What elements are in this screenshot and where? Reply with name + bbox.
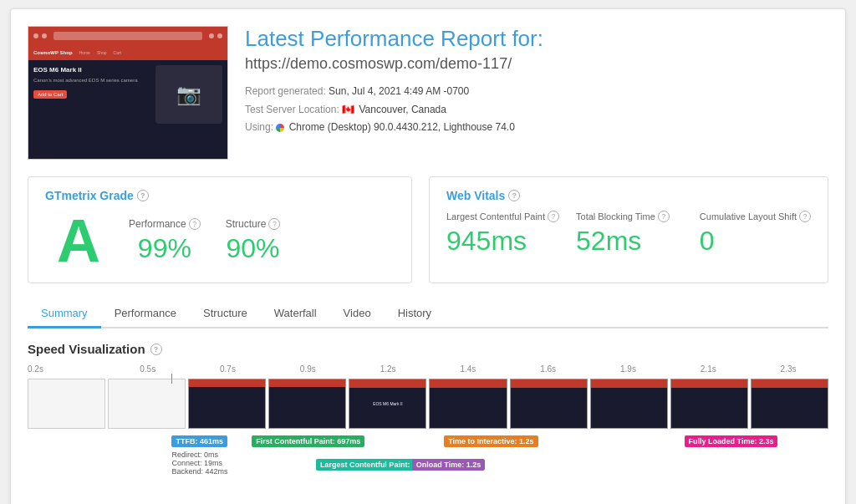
gtmetrix-grade-card: GTmetrix Grade ? A Performance ? 99%: [28, 176, 412, 283]
meta-info: Report generated: Sun, Jul 4, 2021 4:49 …: [245, 83, 828, 137]
report-url: https://demo.cosmoswp.com/demo-117/: [245, 55, 828, 73]
screenshots-row: EOS M6 Mark II: [28, 379, 828, 429]
tick-2: 0.7s: [188, 364, 268, 374]
grade-metrics: Performance ? 99% Structure ? 90%: [129, 218, 280, 264]
tab-performance[interactable]: Performance: [101, 300, 190, 328]
frame-7: [590, 379, 668, 429]
timeline-markers: TTFB: 461ms Redirect: 0msConnect: 19msBa…: [28, 435, 828, 504]
speed-visualization-section: Speed Visualization ? 0.2s 0.5s 0.7s 0.9…: [28, 342, 828, 504]
header: CosmoWP Shop Home Shop Cart EOS M6 Mark …: [28, 26, 828, 160]
lcp-help-icon[interactable]: ?: [548, 211, 559, 222]
lcp-metric: Largest Contentful Paint ? 945ms: [446, 211, 559, 257]
performance-help-icon[interactable]: ?: [189, 218, 201, 230]
structure-label: Structure: [226, 218, 267, 230]
lcp-value: 945ms: [446, 226, 559, 257]
onload-label: Onload Time: 1.2s: [412, 459, 485, 471]
tbt-value: 52ms: [576, 226, 683, 257]
vitals-grid: Largest Contentful Paint ? 945ms Total B…: [446, 211, 811, 257]
performance-label: Performance: [129, 218, 186, 230]
tick-0: 0.2s: [28, 364, 108, 374]
speed-vis-help-icon[interactable]: ?: [150, 344, 162, 355]
frame-9: [751, 379, 828, 429]
tab-waterfall[interactable]: Waterfall: [261, 300, 330, 328]
ttfb-meta: Redirect: 0msConnect: 19msBackend: 442ms: [171, 451, 227, 476]
webvitals-title: Web Vitals: [446, 189, 505, 202]
tick-6: 1.6s: [508, 364, 588, 374]
report-title: Latest Performance Report for:: [245, 26, 828, 52]
cls-metric: Cumulative Layout Shift ? 0: [700, 211, 811, 257]
flt-label: Fully Loaded Time: 2.3s: [685, 435, 778, 447]
site-screenshot: CosmoWP Shop Home Shop Cart EOS M6 Mark …: [28, 26, 228, 160]
lcp-label: Largest Contentful Paint: [446, 211, 545, 221]
ttfb-label: TTFB: 461ms: [171, 435, 227, 447]
header-info: Latest Performance Report for: https://d…: [245, 26, 828, 160]
webvitals-card: Web Vitals ? Largest Contentful Paint ? …: [429, 176, 828, 283]
structure-metric: Structure ? 90%: [226, 218, 281, 264]
grade-content: A Performance ? 99% Structure ?: [45, 211, 395, 271]
cls-value: 0: [700, 226, 811, 257]
performance-value: 99%: [129, 233, 201, 264]
frame-3: [268, 379, 346, 429]
structure-help-icon[interactable]: ?: [268, 218, 280, 230]
fcp-label: First Contentful Paint: 697ms: [252, 435, 364, 447]
frame-8: [670, 379, 748, 429]
tick-1: 0.5s: [108, 364, 188, 374]
frame-5: [429, 379, 507, 429]
tbt-label: Total Blocking Time: [576, 211, 655, 221]
cls-label: Cumulative Layout Shift: [700, 211, 797, 221]
tti-label: Time to Interactive: 1.2s: [444, 435, 538, 447]
tbt-metric: Total Blocking Time ? 52ms: [576, 211, 683, 257]
frame-2: [188, 379, 266, 429]
frame-4: EOS M6 Mark II: [349, 379, 426, 429]
gtmetrix-title: GTmetrix Grade: [45, 189, 134, 202]
structure-value: 90%: [226, 233, 281, 264]
frame-6: [510, 379, 588, 429]
tab-summary[interactable]: Summary: [28, 300, 101, 328]
frame-1: [108, 379, 186, 429]
tick-7: 1.9s: [588, 364, 669, 374]
chrome-icon: [276, 124, 284, 132]
tick-9: 2.3s: [748, 364, 828, 374]
tab-history[interactable]: History: [385, 300, 445, 328]
main-card: CosmoWP Shop Home Shop Cart EOS M6 Mark …: [10, 8, 846, 504]
tick-5: 1.4s: [428, 364, 508, 374]
frame-0: [28, 379, 105, 429]
cls-help-icon[interactable]: ?: [799, 211, 811, 222]
grade-letter: A: [45, 211, 112, 271]
tick-4: 1.2s: [348, 364, 428, 374]
tick-8: 2.1s: [668, 364, 748, 374]
speed-vis-title: Speed Visualization: [28, 342, 145, 356]
webvitals-help-icon[interactable]: ?: [508, 190, 520, 201]
tabs-bar: Summary Performance Structure Waterfall …: [28, 300, 828, 328]
tbt-help-icon[interactable]: ?: [658, 211, 670, 222]
timeline-ruler: 0.2s 0.5s 0.7s 0.9s 1.2s 1.4s 1.6s 1.9s …: [28, 364, 828, 374]
performance-metric: Performance ? 99%: [129, 218, 201, 264]
tab-structure[interactable]: Structure: [190, 300, 261, 328]
tab-video[interactable]: Video: [330, 300, 385, 328]
grades-section: GTmetrix Grade ? A Performance ? 99%: [28, 176, 828, 283]
tick-3: 0.9s: [268, 364, 348, 374]
gtmetrix-help-icon[interactable]: ?: [137, 190, 149, 201]
